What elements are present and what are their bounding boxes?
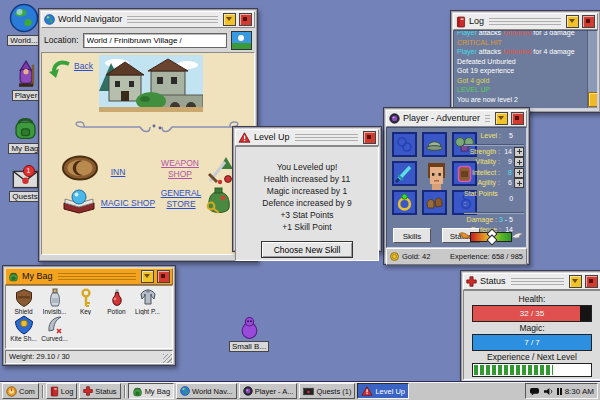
- inn-link[interactable]: INN: [106, 168, 130, 177]
- gloves-icon: [424, 192, 445, 213]
- minimize-button[interactable]: [566, 15, 579, 28]
- increase-strength-button[interactable]: [514, 147, 524, 157]
- quests-count-badge: 1: [23, 165, 35, 177]
- taskbar-button-log[interactable]: Log: [46, 383, 78, 399]
- equip-slot-weapon[interactable]: [392, 161, 417, 186]
- log-book-icon: [456, 16, 466, 28]
- close-button[interactable]: [157, 270, 170, 283]
- log-line: Player attacks Unburied for 4 damage: [457, 47, 594, 57]
- minimize-button[interactable]: [569, 275, 582, 288]
- skills-button[interactable]: Skills: [393, 228, 431, 243]
- taskbar-button-player[interactable]: Player - A...: [239, 383, 298, 399]
- choose-new-skill-button[interactable]: Choose New Skill: [261, 241, 353, 258]
- taskbar-button-level-up[interactable]: Level Up: [357, 383, 409, 399]
- magic-shop-icon[interactable]: [62, 189, 96, 215]
- close-button[interactable]: [585, 275, 598, 288]
- location-input[interactable]: [83, 33, 228, 48]
- equip-slot-helmet[interactable]: [422, 132, 447, 157]
- player-titlebar[interactable]: Player - Adventurer: [386, 110, 527, 127]
- status-content: Health: 32 / 35 Magic: 7 / 7 Experience …: [463, 290, 600, 380]
- player-orb-icon: [389, 113, 400, 124]
- window-title: My Bag: [22, 269, 53, 284]
- bag-item-kite-shield[interactable]: Kite Sh...: [8, 315, 39, 342]
- inn-sign-icon[interactable]: [61, 155, 99, 182]
- titlebar-stripes: [295, 134, 358, 142]
- level-up-window: Level Up You Leveled up! Health increase…: [232, 126, 382, 252]
- weapon-shop-link[interactable]: SHOP: [160, 170, 200, 179]
- level-up-line: +3 Stat Points: [280, 209, 333, 221]
- increase-vitality-button[interactable]: [514, 157, 524, 167]
- window-title: World Navigator: [58, 12, 122, 27]
- desktop-icon-small-bag[interactable]: Small B...: [226, 316, 272, 352]
- village-image: [99, 55, 203, 112]
- log-scrollbar-thumb[interactable]: [588, 92, 598, 107]
- stat-points-value: 0: [503, 194, 513, 205]
- taskbar: Com Log Status My Bag World Nav... Playe…: [0, 381, 600, 400]
- increase-intellect-button[interactable]: [514, 168, 524, 178]
- player-stats: Level :5 Strength :14 Vitality :9 Intell…: [464, 131, 524, 236]
- bag-item-curved[interactable]: Curved...: [39, 315, 70, 342]
- log-scrollbar[interactable]: [587, 31, 597, 108]
- wizard-icon: [14, 60, 38, 88]
- player-orb-icon: [243, 386, 253, 396]
- log-line: Got 19 experience: [457, 66, 594, 76]
- resize-grip[interactable]: [163, 354, 172, 363]
- taskbar-button-quests[interactable]: Quests (1): [299, 383, 355, 399]
- world-navigator-titlebar[interactable]: World Navigator: [41, 11, 255, 28]
- close-button[interactable]: [363, 131, 376, 144]
- weapon-shop-link[interactable]: WEAPON: [160, 159, 200, 168]
- experience-label: Experience / Next Level: [487, 351, 577, 363]
- equip-slot-rings[interactable]: [392, 132, 417, 157]
- close-button[interactable]: [582, 15, 595, 28]
- magic-shop-link[interactable]: MAGIC SHOP: [98, 199, 158, 208]
- bag-item-light-plate[interactable]: Light P...: [132, 288, 163, 315]
- my-bag-titlebar[interactable]: My Bag: [5, 268, 173, 285]
- world-navigator-window: World Navigator Location: Back: [38, 8, 258, 262]
- player-portrait[interactable]: [422, 161, 447, 186]
- bag-item-shield[interactable]: Shield: [8, 288, 39, 315]
- ring-icon: [394, 192, 415, 213]
- increase-agility-button[interactable]: [514, 178, 524, 188]
- chat-bubble-icon[interactable]: [529, 387, 540, 396]
- my-bag-window: My Bag Shield Invisib...: [2, 265, 176, 366]
- red-cross-icon: [83, 386, 93, 396]
- taskbar-button-status[interactable]: Status: [79, 383, 120, 399]
- level-up-titlebar[interactable]: Level Up: [235, 129, 379, 146]
- map-view-button[interactable]: [231, 31, 252, 50]
- log-book-icon: [50, 386, 59, 397]
- general-store-icon[interactable]: [204, 186, 232, 216]
- health-label: Health:: [519, 293, 546, 305]
- minimize-button[interactable]: [495, 112, 508, 125]
- gold-amount: Gold: 42: [402, 252, 430, 261]
- window-title: Status: [480, 274, 506, 289]
- player-window: Player - Adventurer: [383, 107, 530, 265]
- general-store-link[interactable]: STORE: [160, 200, 202, 209]
- magic-label: Magic:: [519, 322, 544, 334]
- back-link[interactable]: Back: [74, 62, 93, 71]
- taskbar-button-world-nav[interactable]: World Nav...: [176, 383, 237, 399]
- location-toolbar: Location:: [41, 28, 255, 52]
- equip-slot-gloves[interactable]: [422, 190, 447, 215]
- minimize-button[interactable]: [223, 13, 236, 26]
- taskbar-button-my-bag[interactable]: My Bag: [128, 383, 174, 399]
- back-arrow-icon[interactable]: [49, 59, 71, 79]
- status-titlebar[interactable]: Status: [463, 273, 600, 290]
- pause-icon[interactable]: [557, 388, 562, 395]
- window-title: Log: [469, 14, 484, 29]
- weapon-shop-icon[interactable]: [206, 155, 234, 185]
- close-button[interactable]: [511, 112, 524, 125]
- general-store-link[interactable]: GENERAL: [160, 189, 202, 198]
- taskbar-button-com[interactable]: Com: [2, 383, 39, 399]
- globe-icon: [44, 14, 55, 25]
- speaker-icon[interactable]: [543, 387, 554, 396]
- log-titlebar[interactable]: Log: [453, 13, 598, 30]
- minimize-button[interactable]: [141, 270, 154, 283]
- system-tray: 8:30 AM: [525, 383, 598, 399]
- status-window: Status Health: 32 / 35 Magic: 7 / 7 Expe…: [460, 270, 600, 384]
- world-navigator-content: Back: [41, 52, 255, 255]
- close-button[interactable]: [239, 13, 252, 26]
- equip-slot-ring[interactable]: [392, 190, 417, 215]
- bag-item-invisibility[interactable]: Invisib...: [39, 288, 70, 315]
- bag-item-potion[interactable]: Potion: [101, 288, 132, 315]
- bag-item-key[interactable]: Key: [70, 288, 101, 315]
